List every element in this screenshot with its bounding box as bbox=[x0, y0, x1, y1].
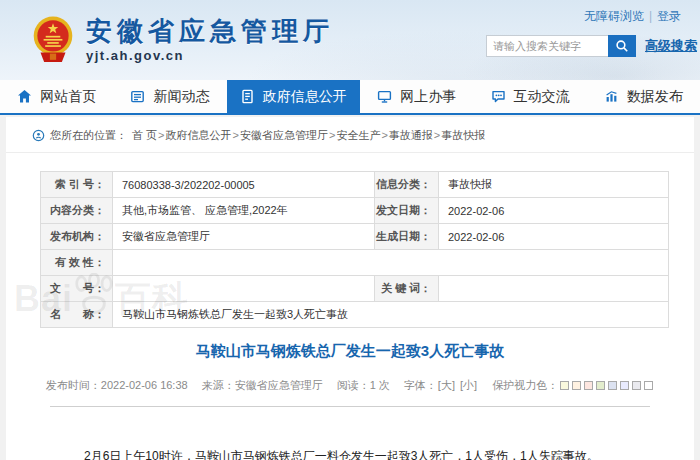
nav-item-data[interactable]: 数据发布 bbox=[587, 80, 700, 113]
font-smaller-button[interactable]: [小] bbox=[460, 379, 477, 391]
article-meta: 发布时间：2022-02-06 16:38来源：安徽省应急管理厅阅读：1 次字体… bbox=[6, 378, 694, 393]
breadcrumb-link[interactable]: 政府信息公开 bbox=[166, 129, 232, 141]
site-logo[interactable]: 安徽省应急管理厅 yjt.ah.gov.cn bbox=[32, 16, 334, 64]
nav-item-label: 数据发布 bbox=[627, 88, 683, 106]
nav-item-gov-info[interactable]: 政府信息公开 bbox=[227, 80, 361, 113]
field-value: 2022-02-06 bbox=[439, 198, 669, 224]
nav-item-label: 网站首页 bbox=[40, 88, 96, 106]
field-value bbox=[113, 276, 375, 302]
field-label: 发布机构： bbox=[41, 224, 113, 250]
breadcrumb-separator: > bbox=[233, 129, 239, 141]
field-value: 76080338-3/202202-00005 bbox=[113, 172, 375, 198]
breadcrumb-separator: > bbox=[329, 129, 335, 141]
table-row: 文 号： 关 键 词： bbox=[41, 276, 669, 302]
brand-text: 安徽省应急管理厅 yjt.ah.gov.cn bbox=[86, 17, 334, 64]
breadcrumb-prefix: 您所在的位置： bbox=[50, 128, 127, 143]
breadcrumb-separator: > bbox=[381, 129, 387, 141]
field-label: 内容分类： bbox=[41, 198, 113, 224]
eye-protect-swatches bbox=[558, 379, 654, 391]
field-value: 其他,市场监管、 应急管理,2022年 bbox=[113, 198, 375, 224]
field-label: 信息分类： bbox=[375, 172, 439, 198]
table-row: 名 称： 马鞍山市马钢炼铁总厂发生一起致3人死亡事故 bbox=[41, 302, 669, 328]
nav-item-label: 网上办事 bbox=[400, 88, 456, 106]
breadcrumb-separator: > bbox=[158, 129, 164, 141]
breadcrumb-link[interactable]: 事故通报 bbox=[389, 129, 433, 141]
breadcrumb-separator: > bbox=[434, 129, 440, 141]
field-value bbox=[439, 276, 669, 302]
table-row: 索 引 号： 76080338-3/202202-00005 信息分类： 事故快… bbox=[41, 172, 669, 198]
eye-protect-swatch[interactable] bbox=[572, 381, 581, 390]
eye-protect-swatch[interactable] bbox=[644, 381, 653, 390]
nav-item-news[interactable]: 新闻动态 bbox=[113, 80, 226, 113]
field-value: 马鞍山市马钢炼铁总厂发生一起致3人死亡事故 bbox=[113, 302, 669, 328]
field-label: 有 效 性： bbox=[41, 250, 113, 276]
eye-protect-swatch[interactable] bbox=[620, 381, 629, 390]
login-link[interactable]: 登录 bbox=[657, 9, 681, 23]
nav-item-label: 互动交流 bbox=[514, 88, 570, 106]
eye-protect-swatch[interactable] bbox=[596, 381, 605, 390]
site-header: 无障碍浏览|登录 安徽省应急管理厅 yjt.ah.gov.cn bbox=[0, 0, 700, 80]
site-name: 安徽省应急管理厅 bbox=[86, 17, 334, 46]
font-size-controls: 字体：[大] [小] bbox=[404, 379, 478, 391]
nav-item-label: 新闻动态 bbox=[153, 88, 209, 106]
breadcrumb-link[interactable]: 首 页 bbox=[132, 129, 157, 141]
home-icon bbox=[17, 89, 32, 104]
document-icon bbox=[240, 89, 255, 104]
field-label: 关 键 词： bbox=[375, 276, 439, 302]
field-value: 事故快报 bbox=[439, 172, 669, 198]
field-label: 文 号： bbox=[41, 276, 113, 302]
field-value: 安徽省应急管理厅 bbox=[113, 224, 375, 250]
national-emblem-icon bbox=[32, 16, 74, 64]
divider bbox=[50, 406, 650, 407]
table-row: 有 效 性： bbox=[41, 250, 669, 276]
news-icon bbox=[130, 89, 145, 104]
nav-item-home[interactable]: 网站首页 bbox=[0, 80, 113, 113]
eye-protect-swatch[interactable] bbox=[560, 381, 569, 390]
accessibility-link[interactable]: 无障碍浏览 bbox=[584, 9, 644, 23]
eye-protect-swatch[interactable] bbox=[584, 381, 593, 390]
top-links-separator: | bbox=[649, 9, 652, 23]
breadcrumb-link[interactable]: 安全生产 bbox=[336, 129, 380, 141]
chat-icon bbox=[491, 89, 506, 104]
top-links: 无障碍浏览|登录 bbox=[579, 8, 686, 25]
search-button[interactable] bbox=[608, 35, 636, 57]
breadcrumb: 您所在的位置： 首 页>政府信息公开>安徽省应急管理厅>安全生产>事故通报>事故… bbox=[6, 117, 694, 153]
chart-icon bbox=[604, 89, 619, 104]
monitor-icon bbox=[377, 89, 392, 104]
main-nav: 网站首页 新闻动态 政府信息公开 网上办事 bbox=[0, 80, 700, 115]
field-label: 生成日期： bbox=[375, 224, 439, 250]
nav-item-interaction[interactable]: 互动交流 bbox=[473, 80, 586, 113]
breadcrumb-trail: 首 页>政府信息公开>安徽省应急管理厅>安全生产>事故通报>事故快报 bbox=[132, 128, 485, 143]
table-row: 内容分类： 其他,市场监管、 应急管理,2022年 发文日期： 2022-02-… bbox=[41, 198, 669, 224]
breadcrumb-link[interactable]: 事故快报 bbox=[441, 129, 485, 141]
nav-item-online-services[interactable]: 网上办事 bbox=[360, 80, 473, 113]
eye-protect-swatch[interactable] bbox=[632, 381, 641, 390]
field-label: 索 引 号： bbox=[41, 172, 113, 198]
article-body: 2月6日上午10时许，马鞍山市马钢炼铁总厂一料仓发生一起致3人死亡，1人受伤，1… bbox=[6, 446, 694, 460]
breadcrumb-link[interactable]: 安徽省应急管理厅 bbox=[240, 129, 328, 141]
site-url: yjt.ah.gov.cn bbox=[86, 48, 334, 63]
table-row: 发布机构： 安徽省应急管理厅 生成日期： 2022-02-06 bbox=[41, 224, 669, 250]
search-input[interactable] bbox=[486, 35, 608, 57]
read-count: 阅读：1 次 bbox=[337, 379, 390, 391]
search-area: 高级搜索 bbox=[486, 35, 697, 57]
font-larger-button[interactable]: [大] bbox=[438, 379, 455, 391]
publish-time: 发布时间：2022-02-06 16:38 bbox=[46, 379, 188, 391]
info-table: 索 引 号： 76080338-3/202202-00005 信息分类： 事故快… bbox=[40, 171, 669, 328]
eye-protect: 保护视力色： bbox=[492, 379, 654, 391]
eye-protect-swatch[interactable] bbox=[608, 381, 617, 390]
nav-item-label: 政府信息公开 bbox=[263, 88, 347, 106]
article-title: 马鞍山市马钢炼铁总厂发生一起致3人死亡事故 bbox=[6, 342, 694, 361]
location-icon bbox=[32, 129, 45, 142]
source: 来源：安徽省应急管理厅 bbox=[202, 379, 323, 391]
search-box bbox=[486, 35, 636, 57]
search-icon bbox=[615, 39, 629, 53]
field-label: 发文日期： bbox=[375, 198, 439, 224]
advanced-search-link[interactable]: 高级搜索 bbox=[645, 37, 697, 55]
field-value bbox=[113, 250, 669, 276]
field-value: 2022-02-06 bbox=[439, 224, 669, 250]
field-label: 名 称： bbox=[41, 302, 113, 328]
page-content: 您所在的位置： 首 页>政府信息公开>安徽省应急管理厅>安全生产>事故通报>事故… bbox=[6, 117, 694, 460]
